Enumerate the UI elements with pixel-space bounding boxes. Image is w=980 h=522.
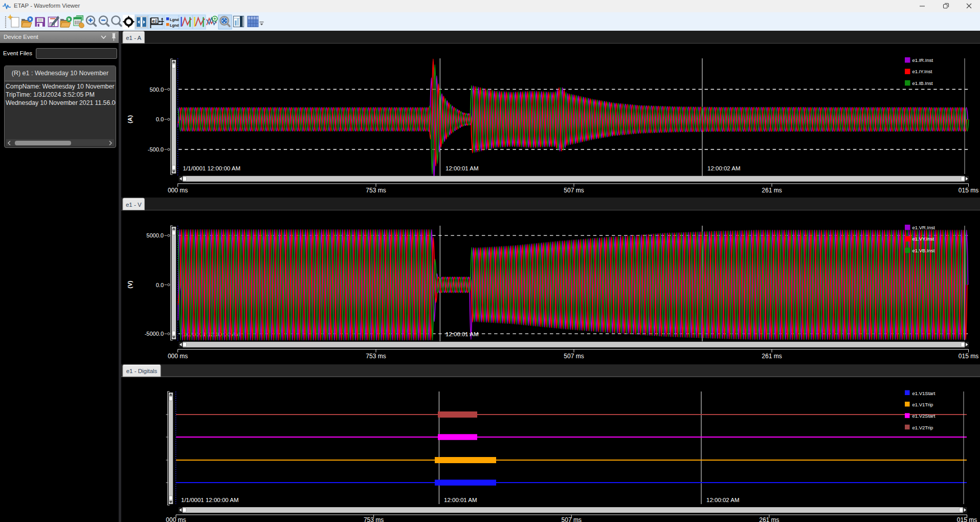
svg-text:12:00:01 AM: 12:00:01 AM — [444, 497, 477, 503]
svg-text:12:00:02 AM: 12:00:02 AM — [706, 497, 740, 503]
svg-text:e1.VY.Inst: e1.VY.Inst — [912, 236, 934, 242]
svg-text:0.0: 0.0 — [156, 116, 164, 122]
svg-text:500.0: 500.0 — [149, 86, 164, 93]
svg-text:Lgnd: Lgnd — [170, 23, 180, 28]
svg-text:1/1/0001 12:00:00 AM: 1/1/0001 12:00:00 AM — [181, 497, 239, 503]
svg-text:12:00:01 AM: 12:00:01 AM — [446, 331, 479, 337]
svg-text:e1: e1 — [152, 18, 158, 24]
svg-text:e1 - A: e1 - A — [126, 35, 141, 41]
svg-text:e1 - V: e1 - V — [126, 202, 142, 208]
svg-text:(V): (V) — [127, 280, 133, 289]
svg-text:261 ms: 261 ms — [762, 353, 782, 360]
svg-text:015 ms: 015 ms — [959, 187, 978, 194]
svg-text:e1.V1Trip: e1.V1Trip — [912, 402, 933, 407]
svg-text:753 ms: 753 ms — [366, 353, 386, 360]
svg-text:261 ms: 261 ms — [759, 516, 779, 522]
svg-text:000 ms: 000 ms — [166, 516, 186, 522]
svg-text:753 ms: 753 ms — [364, 516, 384, 522]
svg-text:000 ms: 000 ms — [168, 187, 188, 194]
svg-text:e1.IB.Inst: e1.IB.Inst — [912, 80, 933, 86]
svg-text:Lgnd: Lgnd — [170, 17, 180, 22]
svg-text:507 ms: 507 ms — [564, 187, 584, 194]
svg-text:(A): (A) — [127, 115, 133, 123]
svg-text:015 ms: 015 ms — [957, 516, 977, 522]
svg-text:e1.IR.Inst: e1.IR.Inst — [912, 57, 933, 63]
svg-text:e1.IY.Inst: e1.IY.Inst — [912, 69, 932, 74]
svg-text:e1 - Digitals: e1 - Digitals — [126, 368, 158, 374]
svg-text:1/1/0001 12:00:00 AM: 1/1/0001 12:00:00 AM — [183, 165, 241, 171]
svg-text:12:00:02 AM: 12:00:02 AM — [707, 165, 741, 171]
svg-text:015 ms: 015 ms — [959, 353, 978, 360]
svg-text:e1.VB.Inst: e1.VB.Inst — [912, 248, 935, 253]
svg-text:000 ms: 000 ms — [168, 353, 188, 360]
svg-text:0.0: 0.0 — [156, 282, 164, 288]
svg-text:261 ms: 261 ms — [762, 187, 782, 194]
svg-text:e1.V2Trip: e1.V2Trip — [912, 425, 933, 430]
svg-text:507 ms: 507 ms — [564, 353, 584, 360]
svg-text:753 ms: 753 ms — [366, 187, 386, 194]
svg-text:507 ms: 507 ms — [562, 516, 582, 522]
svg-text:-500.0: -500.0 — [148, 146, 164, 153]
svg-text:5000.0: 5000.0 — [146, 232, 164, 238]
svg-text:e1.VR.Inst: e1.VR.Inst — [912, 225, 936, 230]
svg-text:12:00:01 AM: 12:00:01 AM — [446, 165, 479, 171]
svg-text:e1.V1Start: e1.V1Start — [912, 390, 936, 396]
svg-text:e1.V2Start: e1.V2Start — [912, 413, 936, 419]
svg-text:-5000.0: -5000.0 — [145, 331, 164, 337]
